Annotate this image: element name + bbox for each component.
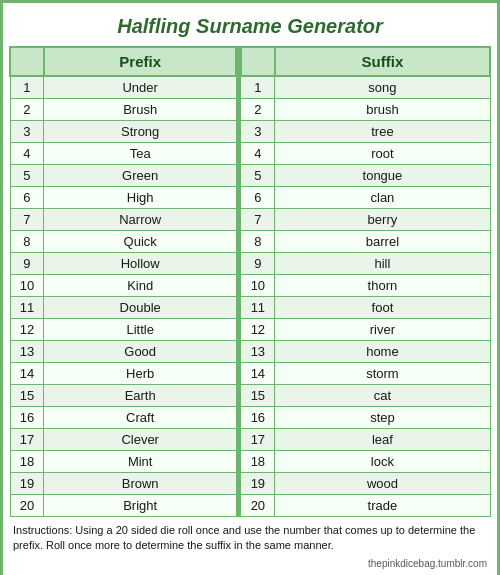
prefix-num: 1 [10, 76, 44, 99]
prefix-num: 10 [10, 275, 44, 297]
suffix-num: 9 [241, 253, 275, 275]
suffix-value: berry [275, 209, 490, 231]
suffix-value: thorn [275, 275, 490, 297]
table-row: 17 Clever 17 leaf [10, 429, 490, 451]
prefix-num: 5 [10, 165, 44, 187]
suffix-num: 14 [241, 363, 275, 385]
prefix-value: Brown [44, 473, 236, 495]
suffix-value: foot [275, 297, 490, 319]
suffix-value: trade [275, 495, 490, 517]
suffix-num: 7 [241, 209, 275, 231]
main-container: Halfling Surname Generator Prefix Suffix… [0, 0, 500, 575]
table-row: 13 Good 13 home [10, 341, 490, 363]
table-row: 6 High 6 clan [10, 187, 490, 209]
prefix-value: Hollow [44, 253, 236, 275]
suffix-num: 10 [241, 275, 275, 297]
suffix-num: 19 [241, 473, 275, 495]
suffix-num: 15 [241, 385, 275, 407]
prefix-value: Clever [44, 429, 236, 451]
table-row: 2 Brush 2 brush [10, 99, 490, 121]
prefix-num: 20 [10, 495, 44, 517]
prefix-num: 16 [10, 407, 44, 429]
instructions-text: Instructions: Using a 20 sided die roll … [9, 517, 491, 556]
suffix-value: river [275, 319, 490, 341]
prefix-value: Green [44, 165, 236, 187]
table-row: 4 Tea 4 root [10, 143, 490, 165]
col-header-prefix-num [10, 47, 44, 76]
suffix-num: 6 [241, 187, 275, 209]
prefix-num: 11 [10, 297, 44, 319]
prefix-value: Quick [44, 231, 236, 253]
table-row: 9 Hollow 9 hill [10, 253, 490, 275]
suffix-num: 17 [241, 429, 275, 451]
prefix-value: Double [44, 297, 236, 319]
suffix-value: wood [275, 473, 490, 495]
suffix-value: tongue [275, 165, 490, 187]
prefix-value: Bright [44, 495, 236, 517]
suffix-num: 18 [241, 451, 275, 473]
table-row: 20 Bright 20 trade [10, 495, 490, 517]
table-row: 12 Little 12 river [10, 319, 490, 341]
page-title: Halfling Surname Generator [9, 9, 491, 46]
prefix-value: Under [44, 76, 236, 99]
prefix-num: 15 [10, 385, 44, 407]
suffix-value: home [275, 341, 490, 363]
suffix-value: brush [275, 99, 490, 121]
prefix-num: 17 [10, 429, 44, 451]
prefix-value: Tea [44, 143, 236, 165]
prefix-num: 12 [10, 319, 44, 341]
suffix-num: 3 [241, 121, 275, 143]
table-row: 5 Green 5 tongue [10, 165, 490, 187]
table-row: 14 Herb 14 storm [10, 363, 490, 385]
prefix-value: Herb [44, 363, 236, 385]
suffix-num: 5 [241, 165, 275, 187]
generator-table: Prefix Suffix 1 Under 1 song 2 Brush 2 b… [9, 46, 491, 517]
suffix-value: tree [275, 121, 490, 143]
suffix-value: barrel [275, 231, 490, 253]
suffix-num: 12 [241, 319, 275, 341]
prefix-value: Earth [44, 385, 236, 407]
suffix-value: cat [275, 385, 490, 407]
prefix-num: 3 [10, 121, 44, 143]
suffix-num: 16 [241, 407, 275, 429]
suffix-num: 20 [241, 495, 275, 517]
prefix-num: 13 [10, 341, 44, 363]
prefix-num: 6 [10, 187, 44, 209]
suffix-value: song [275, 76, 490, 99]
suffix-num: 4 [241, 143, 275, 165]
suffix-value: root [275, 143, 490, 165]
col-header-prefix: Prefix [44, 47, 236, 76]
prefix-num: 9 [10, 253, 44, 275]
suffix-value: leaf [275, 429, 490, 451]
suffix-num: 11 [241, 297, 275, 319]
prefix-value: Brush [44, 99, 236, 121]
prefix-value: Narrow [44, 209, 236, 231]
suffix-value: hill [275, 253, 490, 275]
table-row: 8 Quick 8 barrel [10, 231, 490, 253]
prefix-num: 19 [10, 473, 44, 495]
table-row: 18 Mint 18 lock [10, 451, 490, 473]
prefix-value: Mint [44, 451, 236, 473]
suffix-value: clan [275, 187, 490, 209]
prefix-num: 7 [10, 209, 44, 231]
prefix-num: 4 [10, 143, 44, 165]
prefix-value: Little [44, 319, 236, 341]
prefix-num: 8 [10, 231, 44, 253]
suffix-value: step [275, 407, 490, 429]
table-row: 15 Earth 15 cat [10, 385, 490, 407]
prefix-value: Good [44, 341, 236, 363]
table-row: 19 Brown 19 wood [10, 473, 490, 495]
table-row: 16 Craft 16 step [10, 407, 490, 429]
table-row: 7 Narrow 7 berry [10, 209, 490, 231]
col-header-suffix-num [241, 47, 275, 76]
prefix-value: Strong [44, 121, 236, 143]
table-row: 1 Under 1 song [10, 76, 490, 99]
attribution-text: thepinkdicebag.tumblr.com [9, 556, 491, 571]
prefix-value: Kind [44, 275, 236, 297]
suffix-value: lock [275, 451, 490, 473]
col-header-suffix: Suffix [275, 47, 490, 76]
prefix-value: High [44, 187, 236, 209]
suffix-num: 8 [241, 231, 275, 253]
suffix-num: 13 [241, 341, 275, 363]
table-row: 11 Double 11 foot [10, 297, 490, 319]
